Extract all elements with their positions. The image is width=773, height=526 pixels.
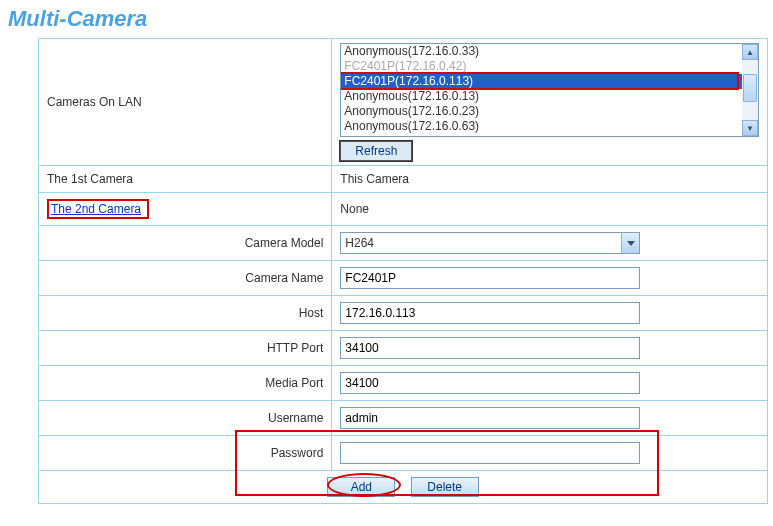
password-input[interactable] xyxy=(340,442,640,464)
lan-list-item[interactable]: Anonymous(172.16.0.23) xyxy=(341,104,758,119)
label-host: Host xyxy=(39,296,332,331)
lan-camera-list[interactable]: Anonymous(172.16.0.33)FC2401P(172.16.0.4… xyxy=(340,43,759,137)
camera-model-value: H264 xyxy=(345,236,374,250)
add-button[interactable]: Add xyxy=(327,477,395,497)
lan-list-item[interactable]: FC2401P(172.16.0.113) xyxy=(341,74,758,89)
http-port-input[interactable] xyxy=(340,337,640,359)
label-username: Username xyxy=(39,401,332,436)
host-input[interactable] xyxy=(340,302,640,324)
value-first-camera: This Camera xyxy=(332,166,768,193)
camera-model-select[interactable]: H264 xyxy=(340,232,640,254)
multi-camera-table: Cameras On LAN Anonymous(172.16.0.33)FC2… xyxy=(38,38,768,504)
camera-name-input[interactable] xyxy=(340,267,640,289)
label-cameras-on-lan: Cameras On LAN xyxy=(39,39,332,166)
scroll-thumb[interactable] xyxy=(743,74,757,102)
second-camera-highlight: The 2nd Camera xyxy=(47,199,149,219)
label-http-port: HTTP Port xyxy=(39,331,332,366)
lan-list-scrollbar[interactable]: ▲ ▼ xyxy=(742,44,758,136)
page-title: Multi-Camera xyxy=(4,4,769,38)
label-camera-name: Camera Name xyxy=(39,261,332,296)
label-second-camera-cell: The 2nd Camera xyxy=(39,193,332,226)
scroll-track[interactable] xyxy=(742,60,758,120)
label-password: Password xyxy=(39,436,332,471)
label-first-camera: The 1st Camera xyxy=(39,166,332,193)
refresh-button[interactable]: Refresh xyxy=(340,141,412,161)
lan-list-item[interactable]: Anonymous(172.16.0.13) xyxy=(341,89,758,104)
lan-list-item[interactable]: Anonymous(172.16.0.63) xyxy=(341,119,758,134)
delete-button[interactable]: Delete xyxy=(411,477,479,497)
label-camera-model: Camera Model xyxy=(39,226,332,261)
lan-list-item[interactable]: Anonymous(172.16.0.33) xyxy=(341,44,758,59)
scroll-down-icon[interactable]: ▼ xyxy=(742,120,758,136)
media-port-input[interactable] xyxy=(340,372,640,394)
value-second-camera: None xyxy=(332,193,768,226)
lan-list-item[interactable]: FC2401P(172.16.0.42) xyxy=(341,59,758,74)
scroll-up-icon[interactable]: ▲ xyxy=(742,44,758,60)
chevron-down-icon xyxy=(621,233,639,253)
username-input[interactable] xyxy=(340,407,640,429)
second-camera-link[interactable]: The 2nd Camera xyxy=(51,201,141,217)
label-media-port: Media Port xyxy=(39,366,332,401)
